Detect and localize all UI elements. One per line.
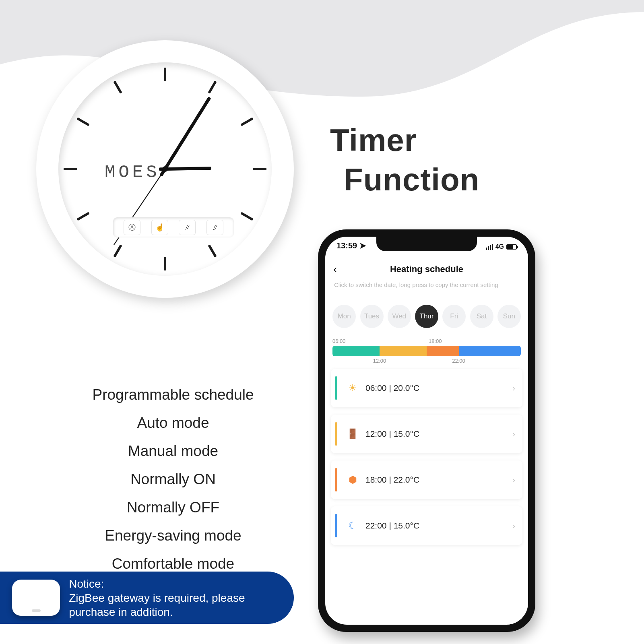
- hero-line-2: Function: [330, 160, 612, 200]
- day-fri[interactable]: Fri: [442, 305, 466, 328]
- hint-text: Click to switch the date, long press to …: [334, 281, 519, 289]
- chevron-right-icon: ›: [512, 384, 515, 393]
- notice-heading: Notice:: [69, 577, 294, 591]
- mode-comfort-icon[interactable]: ⫽: [206, 220, 223, 235]
- schedule-row[interactable]: ☀ 06:00 | 20.0°C ›: [331, 369, 522, 407]
- day-wed[interactable]: Wed: [388, 305, 411, 328]
- timeline-label: 18:00: [429, 338, 442, 344]
- chevron-right-icon: ›: [512, 475, 515, 485]
- chevron-right-icon: ›: [512, 429, 515, 439]
- door-icon: 🚪: [345, 428, 360, 440]
- timeline-label: 12:00: [373, 358, 386, 364]
- battery-icon: [506, 244, 517, 250]
- signal-icon: [486, 244, 493, 250]
- status-right: 4G: [486, 241, 517, 253]
- moon-icon: ☾: [345, 520, 360, 531]
- schedule-row[interactable]: ⬢ 18:00 | 22.0°C ›: [331, 460, 522, 499]
- feature-item: Comfortable mode: [52, 555, 294, 572]
- status-network: 4G: [495, 243, 504, 250]
- row-stripe: [335, 468, 337, 491]
- feature-item: Energy-saving mode: [52, 527, 294, 544]
- timeline-seg: [332, 346, 380, 356]
- mode-eco-icon[interactable]: ⫽: [179, 220, 196, 235]
- screen-header: ‹ Heating schedule: [325, 259, 528, 279]
- notice-body: ZigBee gateway is required, please purch…: [69, 591, 294, 619]
- gateway-hub-icon: [12, 580, 60, 616]
- schedule-row[interactable]: 🚪 12:00 | 15.0°C ›: [331, 415, 522, 453]
- screen-title: Heating schedule: [390, 264, 463, 275]
- phone-screen: 13:59 ➤ 4G ‹ Heating schedule Click to s…: [325, 237, 528, 625]
- schedule-row[interactable]: ☾ 22:00 | 15.0°C ›: [331, 506, 522, 545]
- timeline-seg: [459, 346, 521, 356]
- day-tues[interactable]: Tues: [360, 305, 384, 328]
- mode-manual-icon[interactable]: ☝: [151, 220, 168, 235]
- row-label: 12:00 | 15.0°C: [365, 429, 419, 439]
- day-sat[interactable]: Sat: [470, 305, 493, 328]
- timeline: 06:00 18:00 12:00 22:00: [332, 338, 521, 365]
- timeline-label: 06:00: [332, 338, 346, 344]
- timeline-seg: [380, 346, 427, 356]
- feature-item: Auto mode: [52, 415, 294, 431]
- analog-clock: MOES Ⓐ ☝ ⫽ ⫽: [36, 40, 294, 298]
- row-stripe: [335, 422, 337, 446]
- mode-auto-icon[interactable]: Ⓐ: [124, 220, 140, 235]
- timeline-bar[interactable]: [332, 346, 521, 356]
- clock-pivot: [162, 166, 168, 172]
- status-bar: 13:59 ➤ 4G: [325, 241, 528, 253]
- row-label: 18:00 | 22.0°C: [365, 475, 419, 485]
- feature-item: Manual mode: [52, 443, 294, 460]
- row-label: 06:00 | 20.0°C: [365, 383, 419, 393]
- hero-title: Timer Function: [330, 121, 612, 199]
- chevron-right-icon: ›: [512, 521, 515, 530]
- row-stripe: [335, 514, 337, 537]
- phone-frame: 13:59 ➤ 4G ‹ Heating schedule Click to s…: [318, 229, 535, 632]
- feature-list: Programmable schedule Auto mode Manual m…: [52, 386, 294, 584]
- row-label: 22:00 | 15.0°C: [365, 521, 419, 530]
- feature-item: Normally OFF: [52, 499, 294, 516]
- day-selector: Mon Tues Wed Thur Fri Sat Sun: [325, 304, 528, 328]
- timeline-seg: [427, 346, 459, 356]
- day-mon[interactable]: Mon: [332, 305, 356, 328]
- home-icon: ⬢: [345, 474, 360, 485]
- day-sun[interactable]: Sun: [497, 305, 521, 328]
- sun-icon: ☀: [345, 382, 360, 394]
- feature-item: Normally ON: [52, 471, 294, 488]
- schedule-rows: ☀ 06:00 | 20.0°C › 🚪 12:00 | 15.0°C › ⬢ …: [331, 369, 522, 545]
- back-icon[interactable]: ‹: [333, 263, 337, 276]
- hero-line-1: Timer: [330, 121, 612, 160]
- timeline-label: 22:00: [452, 358, 465, 364]
- clock-brand: MOES: [105, 162, 160, 182]
- feature-item: Programmable schedule: [52, 386, 294, 403]
- day-thur[interactable]: Thur: [415, 305, 438, 328]
- clock-mode-strip: Ⓐ ☝ ⫽ ⫽: [113, 217, 234, 237]
- row-stripe: [335, 376, 337, 400]
- notice-banner: Notice: ZigBee gateway is required, plea…: [0, 572, 294, 624]
- status-time: 13:59 ➤: [336, 241, 366, 253]
